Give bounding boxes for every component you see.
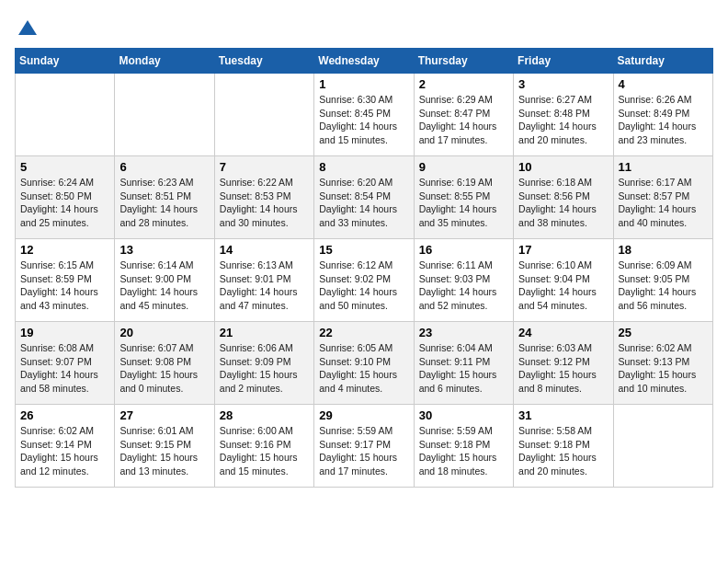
weekday-header-row: SundayMondayTuesdayWednesdayThursdayFrid… [16,49,713,74]
calendar-cell: 13Sunrise: 6:14 AM Sunset: 9:00 PM Dayli… [115,239,214,322]
day-number: 29 [319,408,408,422]
weekday-header-thursday: Thursday [414,49,513,74]
day-number: 5 [20,160,109,174]
day-number: 19 [20,326,109,339]
day-number: 2 [419,77,508,91]
day-number: 10 [518,160,608,174]
day-number: 6 [119,160,209,174]
weekday-header-saturday: Saturday [613,49,712,74]
calendar-cell: 15Sunrise: 6:12 AM Sunset: 9:02 PM Dayli… [314,239,414,322]
day-number: 23 [419,326,508,339]
calendar-cell: 20Sunrise: 6:07 AM Sunset: 9:08 PM Dayli… [115,322,214,405]
calendar-week-row: 19Sunrise: 6:08 AM Sunset: 9:07 PM Dayli… [16,322,713,405]
day-info: Sunrise: 6:03 AM Sunset: 9:12 PM Dayligh… [518,341,608,396]
calendar-week-row: 1Sunrise: 6:30 AM Sunset: 8:45 PM Daylig… [16,74,713,156]
day-info: Sunrise: 6:00 AM Sunset: 9:16 PM Dayligh… [220,424,309,478]
day-info: Sunrise: 6:10 AM Sunset: 9:04 PM Dayligh… [518,259,608,313]
calendar-cell: 7Sunrise: 6:22 AM Sunset: 8:53 PM Daylig… [214,156,313,239]
logo [15,15,39,39]
calendar-cell: 17Sunrise: 6:10 AM Sunset: 9:04 PM Dayli… [514,239,613,322]
day-number: 22 [319,326,408,339]
weekday-header-sunday: Sunday [16,49,115,74]
day-number: 24 [518,326,608,339]
calendar-cell: 4Sunrise: 6:26 AM Sunset: 8:49 PM Daylig… [613,74,712,156]
day-number: 15 [319,243,408,257]
day-info: Sunrise: 6:14 AM Sunset: 9:00 PM Dayligh… [119,259,209,313]
day-info: Sunrise: 6:18 AM Sunset: 8:56 PM Dayligh… [518,176,608,230]
day-info: Sunrise: 6:08 AM Sunset: 9:07 PM Dayligh… [20,341,109,396]
day-number: 9 [419,160,508,174]
weekday-header-wednesday: Wednesday [314,49,414,74]
calendar-cell [613,405,712,488]
day-number: 30 [419,408,508,422]
day-number: 27 [119,408,209,422]
day-info: Sunrise: 6:20 AM Sunset: 8:54 PM Dayligh… [319,176,408,230]
day-number: 13 [119,243,209,257]
calendar-cell: 22Sunrise: 6:05 AM Sunset: 9:10 PM Dayli… [314,322,414,405]
day-number: 31 [518,408,608,422]
day-info: Sunrise: 6:04 AM Sunset: 9:11 PM Dayligh… [419,341,508,396]
day-info: Sunrise: 6:11 AM Sunset: 9:03 PM Dayligh… [419,259,508,313]
day-info: Sunrise: 6:12 AM Sunset: 9:02 PM Dayligh… [319,259,408,313]
day-info: Sunrise: 6:26 AM Sunset: 8:49 PM Dayligh… [619,93,708,147]
day-number: 12 [20,243,109,257]
day-info: Sunrise: 6:13 AM Sunset: 9:01 PM Dayligh… [220,259,309,313]
svg-marker-0 [18,20,37,35]
day-info: Sunrise: 6:17 AM Sunset: 8:57 PM Dayligh… [619,176,708,230]
calendar-cell: 14Sunrise: 6:13 AM Sunset: 9:01 PM Dayli… [214,239,313,322]
calendar-cell: 23Sunrise: 6:04 AM Sunset: 9:11 PM Dayli… [414,322,513,405]
day-info: Sunrise: 5:58 AM Sunset: 9:18 PM Dayligh… [518,424,608,478]
day-info: Sunrise: 6:06 AM Sunset: 9:09 PM Dayligh… [220,341,309,396]
calendar-cell: 9Sunrise: 6:19 AM Sunset: 8:55 PM Daylig… [414,156,513,239]
calendar-cell: 5Sunrise: 6:24 AM Sunset: 8:50 PM Daylig… [16,156,115,239]
calendar-cell: 29Sunrise: 5:59 AM Sunset: 9:17 PM Dayli… [314,405,414,488]
day-number: 11 [619,160,708,174]
calendar-week-row: 26Sunrise: 6:02 AM Sunset: 9:14 PM Dayli… [16,405,713,488]
calendar-week-row: 5Sunrise: 6:24 AM Sunset: 8:50 PM Daylig… [16,156,713,239]
day-number: 21 [220,326,309,339]
calendar-cell [115,74,214,156]
day-info: Sunrise: 6:09 AM Sunset: 9:05 PM Dayligh… [619,259,708,313]
day-number: 20 [119,326,209,339]
calendar-cell: 8Sunrise: 6:20 AM Sunset: 8:54 PM Daylig… [314,156,414,239]
calendar-header: SundayMondayTuesdayWednesdayThursdayFrid… [16,49,713,74]
calendar-cell: 10Sunrise: 6:18 AM Sunset: 8:56 PM Dayli… [514,156,613,239]
calendar-cell: 25Sunrise: 6:02 AM Sunset: 9:13 PM Dayli… [613,322,712,405]
calendar-cell: 12Sunrise: 6:15 AM Sunset: 8:59 PM Dayli… [16,239,115,322]
day-number: 3 [518,77,608,91]
calendar-cell: 24Sunrise: 6:03 AM Sunset: 9:12 PM Dayli… [514,322,613,405]
day-number: 28 [220,408,309,422]
logo-icon [17,17,39,39]
calendar-cell: 6Sunrise: 6:23 AM Sunset: 8:51 PM Daylig… [115,156,214,239]
day-info: Sunrise: 6:23 AM Sunset: 8:51 PM Dayligh… [119,176,209,230]
calendar-cell: 21Sunrise: 6:06 AM Sunset: 9:09 PM Dayli… [214,322,313,405]
calendar-cell: 27Sunrise: 6:01 AM Sunset: 9:15 PM Dayli… [115,405,214,488]
day-info: Sunrise: 6:19 AM Sunset: 8:55 PM Dayligh… [419,176,508,230]
day-number: 17 [518,243,608,257]
day-number: 8 [319,160,408,174]
calendar-cell: 1Sunrise: 6:30 AM Sunset: 8:45 PM Daylig… [314,74,414,156]
day-info: Sunrise: 6:15 AM Sunset: 8:59 PM Dayligh… [20,259,109,313]
day-number: 4 [619,77,708,91]
weekday-header-tuesday: Tuesday [214,49,313,74]
day-info: Sunrise: 6:24 AM Sunset: 8:50 PM Dayligh… [20,176,109,230]
calendar-table: SundayMondayTuesdayWednesdayThursdayFrid… [15,48,713,488]
calendar-week-row: 12Sunrise: 6:15 AM Sunset: 8:59 PM Dayli… [16,239,713,322]
calendar-cell: 18Sunrise: 6:09 AM Sunset: 9:05 PM Dayli… [613,239,712,322]
day-info: Sunrise: 6:05 AM Sunset: 9:10 PM Dayligh… [319,341,408,396]
calendar-cell [16,74,115,156]
day-info: Sunrise: 6:02 AM Sunset: 9:14 PM Dayligh… [20,424,109,478]
calendar-cell: 28Sunrise: 6:00 AM Sunset: 9:16 PM Dayli… [214,405,313,488]
day-number: 25 [619,326,708,339]
weekday-header-monday: Monday [115,49,214,74]
calendar-cell: 16Sunrise: 6:11 AM Sunset: 9:03 PM Dayli… [414,239,513,322]
day-info: Sunrise: 6:27 AM Sunset: 8:48 PM Dayligh… [518,93,608,147]
calendar-cell: 2Sunrise: 6:29 AM Sunset: 8:47 PM Daylig… [414,74,513,156]
weekday-header-friday: Friday [514,49,613,74]
calendar-cell: 30Sunrise: 5:59 AM Sunset: 9:18 PM Dayli… [414,405,513,488]
day-number: 7 [220,160,309,174]
day-info: Sunrise: 5:59 AM Sunset: 9:17 PM Dayligh… [319,424,408,478]
day-info: Sunrise: 6:02 AM Sunset: 9:13 PM Dayligh… [619,341,708,396]
calendar-cell: 31Sunrise: 5:58 AM Sunset: 9:18 PM Dayli… [514,405,613,488]
day-info: Sunrise: 6:01 AM Sunset: 9:15 PM Dayligh… [119,424,209,478]
